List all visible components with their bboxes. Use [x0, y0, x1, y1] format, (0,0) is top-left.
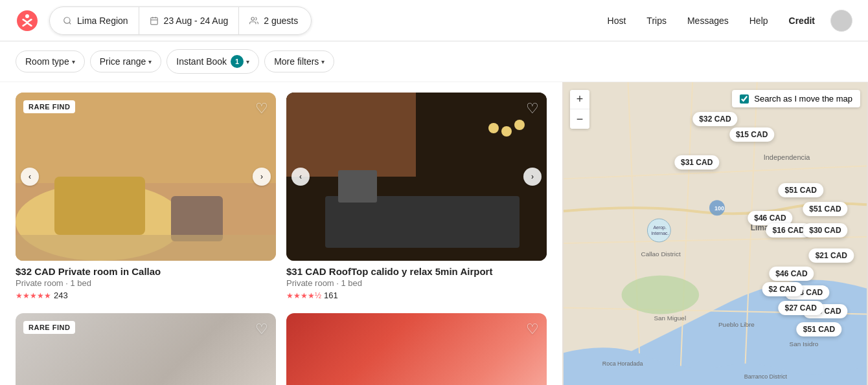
svg-text:Pueblo Libre: Pueblo Libre [718, 321, 755, 328]
help-link[interactable]: Help [742, 10, 776, 31]
svg-text:Aerop.: Aerop. [653, 225, 667, 230]
search-as-move-label: Search as I move the map [754, 94, 852, 104]
host-link[interactable]: Host [600, 10, 634, 31]
listings-panel: RARE FIND ♡ ‹ › $32 CAD Private room in … [0, 82, 562, 385]
price-bubble[interactable]: $51 CAD [803, 202, 847, 216]
listing-image-wrap: ♡ [286, 313, 547, 385]
rare-find-badge: RARE FIND [23, 321, 75, 334]
price-bubble[interactable]: $46 CAD [769, 267, 814, 281]
price-bubble[interactable]: $31 CAD [674, 155, 719, 170]
heart-button[interactable]: ♡ [526, 321, 539, 338]
messages-link[interactable]: Messages [680, 10, 737, 31]
map-panel[interactable]: Independencia Rimac Lima District Callao… [562, 82, 868, 385]
listing-image-wrap: ♡ ‹ › [286, 93, 547, 261]
review-count: 161 [324, 291, 338, 300]
chevron-down-icon: ▾ [321, 58, 325, 65]
price-range-filter[interactable]: Price range ▾ [90, 50, 162, 72]
svg-text:100: 100 [714, 205, 724, 212]
header-nav: Host Trips Messages Help Credit [600, 10, 852, 32]
listing-rating: ★★★★½ 161 [286, 291, 547, 300]
svg-text:San Isidro: San Isidro [790, 340, 819, 347]
trips-link[interactable]: Trips [639, 10, 674, 31]
price-bubble[interactable]: $27 CAD [778, 301, 823, 315]
listing-subtitle: Private room · 1 bed [16, 278, 276, 288]
credit-link[interactable]: Credit [781, 10, 823, 31]
listing-info: $32 CAD Private room in Callao Private r… [16, 261, 276, 303]
guests-value: 2 guests [264, 16, 298, 26]
carousel-next-button[interactable]: › [253, 168, 271, 186]
filters-bar: Room type ▾ Price range ▾ Instant Book 1… [0, 41, 868, 82]
heart-button[interactable]: ♡ [255, 321, 268, 338]
more-filters-button[interactable]: More filters ▾ [264, 50, 334, 72]
location-value: Lima Region [77, 16, 128, 26]
svg-text:San Miguel: San Miguel [654, 314, 686, 322]
header: Lima Region 23 Aug - 24 Aug 2 guests Hos… [0, 0, 868, 41]
svg-text:Barranco District: Barranco District [744, 373, 788, 380]
listings-grid: RARE FIND ♡ ‹ › $32 CAD Private room in … [16, 93, 547, 385]
svg-text:Roca Horadada: Roca Horadada [602, 360, 643, 367]
svg-text:Internac.: Internac. [651, 231, 668, 236]
listing-subtitle: Private room · 1 bed [286, 278, 547, 288]
listing-image-wrap: RARE FIND ♡ ‹ › [16, 93, 276, 261]
price-bubble[interactable]: $21 CAD [809, 248, 854, 263]
instant-book-badge: 1 [231, 55, 244, 68]
svg-point-14 [622, 276, 699, 314]
price-bubble[interactable]: $2 CAD [762, 282, 803, 296]
listing-info: $31 CAD RoofTop calido y relax 5min Airp… [286, 261, 547, 303]
rare-find-badge: RARE FIND [23, 100, 75, 113]
svg-text:Independencia: Independencia [764, 153, 811, 161]
listing-card[interactable]: ♡ [286, 313, 547, 385]
carousel-prev-button[interactable]: ‹ [291, 168, 310, 186]
carousel-prev-button[interactable]: ‹ [21, 168, 39, 186]
listing-card[interactable]: RARE FIND ♡ [16, 313, 276, 385]
listing-title: $32 CAD Private room in Callao [16, 266, 276, 277]
svg-rect-2 [150, 17, 157, 24]
zoom-out-button[interactable]: − [570, 109, 589, 129]
avatar[interactable] [830, 10, 852, 32]
zoom-in-button[interactable]: + [570, 90, 589, 109]
instant-book-filter[interactable]: Instant Book 1 ▾ [166, 49, 259, 74]
guests-segment[interactable]: 2 guests [239, 7, 308, 34]
dates-segment[interactable]: 23 Aug - 24 Aug [139, 7, 240, 34]
search-as-move-bar[interactable]: Search as I move the map [732, 90, 860, 107]
chevron-down-icon: ▾ [246, 58, 249, 65]
carousel-next-button[interactable]: › [523, 168, 542, 186]
svg-point-6 [251, 17, 255, 20]
svg-line-1 [69, 22, 71, 24]
star-icon: ★★★★★ [16, 291, 51, 300]
chevron-down-icon: ▾ [148, 58, 152, 65]
price-bubble[interactable]: $15 CAD [729, 127, 774, 142]
room-type-filter[interactable]: Room type ▾ [16, 50, 85, 72]
chevron-down-icon: ▾ [72, 58, 75, 65]
heart-button[interactable]: ♡ [526, 100, 539, 117]
review-count: 243 [54, 291, 68, 300]
listing-rating: ★★★★★ 243 [16, 291, 276, 300]
heart-button[interactable]: ♡ [255, 100, 268, 117]
price-bubble[interactable]: $30 CAD [803, 223, 847, 237]
price-bubble[interactable]: $32 CAD [692, 112, 737, 126]
dates-value: 23 Aug - 24 Aug [164, 16, 229, 26]
listing-title: $31 CAD RoofTop calido y relax 5min Airp… [286, 266, 547, 277]
map-zoom-controls: + − [570, 90, 589, 129]
location-segment[interactable]: Lima Region [52, 7, 139, 34]
price-bubble[interactable]: $51 CAD [778, 183, 823, 197]
airbnb-logo[interactable] [16, 9, 39, 32]
price-bubble[interactable]: $51 CAD [797, 322, 841, 336]
svg-text:Callao District: Callao District [641, 250, 681, 258]
listing-image-wrap: RARE FIND ♡ [16, 313, 276, 385]
search-bar[interactable]: Lima Region 23 Aug - 24 Aug 2 guests [49, 6, 312, 35]
star-icon: ★★★★½ [286, 291, 321, 300]
search-as-move-checkbox[interactable] [740, 94, 749, 104]
listing-card[interactable]: ♡ ‹ › $31 CAD RoofTop calido y relax 5mi… [286, 93, 547, 303]
listing-card[interactable]: RARE FIND ♡ ‹ › $32 CAD Private room in … [16, 93, 276, 303]
svg-point-0 [64, 17, 70, 23]
main-content: RARE FIND ♡ ‹ › $32 CAD Private room in … [0, 82, 868, 385]
